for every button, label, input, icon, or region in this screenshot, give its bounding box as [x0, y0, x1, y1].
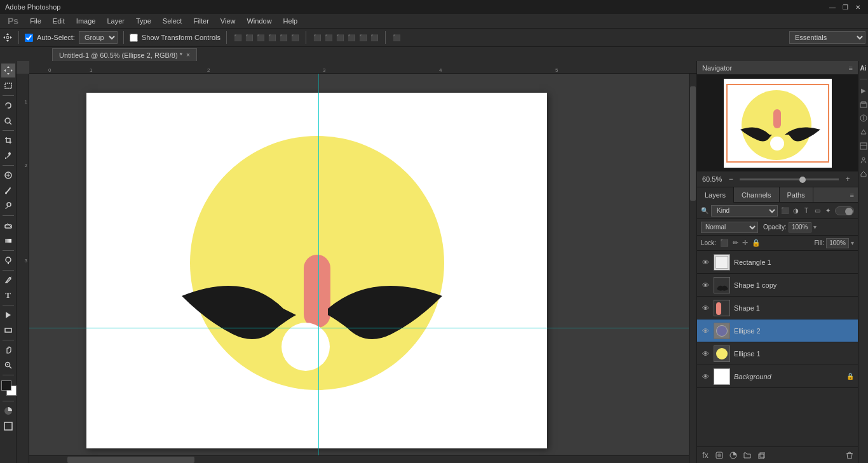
tab-paths[interactable]: Paths — [780, 187, 813, 203]
tool-quick-select[interactable] — [1, 114, 15, 128]
layer-row-shape1[interactable]: 👁 Shape 1 — [697, 297, 858, 319]
align-bottom-icon[interactable]: ⬛ — [255, 32, 266, 43]
layer-row-background[interactable]: 👁 Background 🔒 — [697, 365, 858, 388]
dist-hcenter-icon[interactable]: ⬛ — [358, 32, 368, 43]
menu-file[interactable]: File — [25, 16, 46, 26]
foreground-color[interactable] — [1, 380, 11, 391]
align-right-icon[interactable]: ⬛ — [290, 32, 300, 43]
add-adjustment-icon[interactable] — [729, 451, 738, 460]
nav-zoom-thumb[interactable] — [799, 177, 806, 183]
doc-tab-untitled[interactable]: Untitled-1 @ 60.5% (Ellipse 2, RGB/8) * … — [52, 48, 197, 61]
tool-hand[interactable] — [1, 343, 15, 357]
workspace-dropdown[interactable]: Essentials — [789, 31, 865, 44]
tool-dodge[interactable] — [1, 253, 15, 267]
filter-shape-icon[interactable]: ▭ — [813, 206, 822, 215]
fill-input[interactable] — [826, 238, 849, 248]
layer-visibility-shape1copy[interactable]: 👁 — [701, 281, 710, 290]
tool-clone-stamp[interactable] — [1, 199, 15, 213]
tool-shape[interactable] — [1, 323, 15, 337]
opacity-stepper[interactable]: ▾ — [813, 224, 817, 231]
more-options-icon[interactable]: ⬛ — [391, 32, 402, 43]
dist-vcenter-icon[interactable]: ⬛ — [323, 32, 334, 43]
tool-pen[interactable] — [1, 273, 15, 287]
layers-panel-menu[interactable]: ≡ — [850, 191, 858, 199]
lock-transparency-icon[interactable]: ⬛ — [720, 239, 729, 247]
align-top-icon[interactable]: ⬛ — [233, 32, 243, 43]
panel-icon-4[interactable] — [859, 128, 868, 137]
panel-icon-7[interactable] — [859, 170, 868, 178]
add-mask-icon[interactable] — [715, 451, 724, 460]
panel-icon-1[interactable]: ▶ — [859, 86, 868, 95]
tool-crop[interactable] — [1, 133, 15, 147]
menu-edit[interactable]: Edit — [48, 16, 70, 26]
tool-marquee[interactable] — [1, 79, 15, 93]
panel-icon-5[interactable] — [859, 142, 868, 151]
layer-visibility-rectangle1[interactable]: 👁 — [701, 258, 710, 267]
canvas-scrollbar-h[interactable] — [29, 455, 689, 463]
layer-row-ellipse2[interactable]: 👁 Ellipse 2 — [697, 319, 858, 342]
align-vcenter-icon[interactable]: ⬛ — [244, 32, 254, 43]
blend-mode-select[interactable]: Normal — [701, 222, 758, 233]
tool-text[interactable]: T — [1, 288, 15, 302]
panel-icon-6[interactable] — [859, 156, 868, 164]
layer-row-ellipse1[interactable]: 👁 Ellipse 1 — [697, 342, 858, 365]
tool-quick-mask[interactable] — [1, 404, 15, 418]
dist-right-icon[interactable]: ⬛ — [369, 32, 379, 43]
dist-bottom-icon[interactable]: ⬛ — [335, 32, 345, 43]
dist-top-icon[interactable]: ⬛ — [312, 32, 322, 43]
auto-select-checkbox[interactable] — [25, 34, 33, 42]
lock-paint-icon[interactable]: ✏ — [733, 239, 738, 247]
tool-screen-mode[interactable] — [1, 419, 15, 433]
maximize-button[interactable]: ❐ — [840, 2, 850, 12]
scrollbar-thumb-h[interactable] — [67, 457, 194, 463]
zoom-out-icon[interactable]: − — [726, 174, 736, 184]
lock-position-icon[interactable]: ✛ — [742, 239, 748, 247]
lock-all-icon[interactable]: 🔒 — [752, 239, 761, 247]
tool-move[interactable] — [1, 64, 15, 77]
minimize-button[interactable]: — — [827, 2, 837, 12]
layer-visibility-ellipse2[interactable]: 👁 — [701, 326, 710, 335]
tool-eyedropper[interactable] — [1, 149, 15, 163]
tab-channels[interactable]: Channels — [734, 187, 779, 203]
menu-help[interactable]: Help — [278, 16, 303, 26]
layer-visibility-background[interactable]: 👁 — [701, 372, 710, 381]
opacity-input[interactable] — [789, 222, 811, 232]
menu-filter[interactable]: Filter — [188, 16, 214, 26]
tool-zoom[interactable] — [1, 358, 15, 372]
fill-stepper[interactable]: ▾ — [851, 239, 854, 246]
close-tab-icon[interactable]: × — [186, 51, 190, 58]
filter-type-icon[interactable]: T — [802, 206, 811, 215]
close-button[interactable]: ✕ — [853, 2, 863, 12]
layer-visibility-ellipse1[interactable]: 👁 — [701, 349, 710, 358]
panel-icon-ai[interactable]: Ai — [859, 64, 868, 72]
filter-smart-icon[interactable]: ✦ — [824, 206, 832, 215]
tool-spot-heal[interactable] — [1, 168, 15, 182]
move-tool-icon[interactable] — [3, 32, 13, 43]
menu-image[interactable]: Image — [71, 16, 101, 26]
dist-left-icon[interactable]: ⬛ — [346, 32, 356, 43]
tool-brush[interactable] — [1, 184, 15, 198]
tool-eraser[interactable] — [1, 218, 15, 232]
filter-adjustment-icon[interactable]: ◑ — [791, 206, 800, 215]
tool-lasso[interactable] — [1, 98, 15, 112]
add-group-icon[interactable] — [743, 451, 752, 460]
menu-type[interactable]: Type — [131, 16, 156, 26]
menu-ps[interactable]: Ps — [3, 15, 24, 27]
canvas-scrollbar-v[interactable] — [689, 74, 696, 463]
panel-icon-3[interactable] — [859, 114, 868, 123]
create-layer-icon[interactable] — [757, 451, 766, 460]
filter-kind-select[interactable]: Kind — [711, 205, 778, 217]
nav-zoom-slider[interactable] — [740, 178, 839, 180]
align-left-icon[interactable]: ⬛ — [267, 32, 277, 43]
layer-row-shape1copy[interactable]: 👁 Shape 1 copy — [697, 274, 858, 297]
menu-layer[interactable]: Layer — [102, 16, 130, 26]
zoom-in-icon[interactable]: + — [843, 174, 853, 184]
layer-row-rectangle1[interactable]: 👁 Rectangle 1 — [697, 251, 858, 274]
menu-window[interactable]: Window — [241, 16, 276, 26]
tab-layers[interactable]: Layers — [697, 187, 734, 203]
menu-view[interactable]: View — [215, 16, 241, 26]
show-transform-checkbox[interactable] — [130, 34, 138, 42]
auto-select-dropdown[interactable]: Group Layer — [79, 31, 118, 44]
align-hcenter-icon[interactable]: ⬛ — [278, 32, 288, 43]
filter-toggle[interactable] — [835, 206, 854, 215]
